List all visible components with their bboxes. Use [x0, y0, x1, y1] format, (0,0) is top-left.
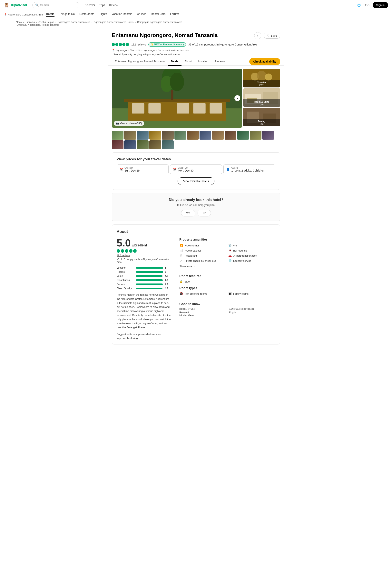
location-row: 📍 Ngorongoro Crater Rim, Ngorongoro Cons…	[108, 48, 284, 52]
thumb-5[interactable]	[162, 131, 174, 140]
yes-button[interactable]: Yes	[181, 210, 196, 216]
thumb-r4[interactable]	[149, 140, 161, 149]
thumb-6[interactable]	[174, 131, 186, 140]
check-availability-button[interactable]: Check availability	[249, 58, 280, 65]
calendar-out-icon: 📅	[173, 168, 176, 171]
breadcrumb-current: Entamanu Ngorongoro, Nomad Tanzania	[16, 24, 59, 26]
search-input[interactable]	[40, 3, 72, 7]
search-box[interactable]: 🔍	[32, 2, 79, 8]
already-booked-box: Did you already book this hotel? Tell us…	[112, 193, 280, 221]
amenity-wifi: 📡 Wifi	[228, 244, 275, 247]
subnav-flights[interactable]: Flights	[99, 12, 107, 17]
tab-reviews[interactable]: Reviews	[211, 58, 228, 66]
thumb-8[interactable]	[199, 131, 211, 140]
nav-trips[interactable]: Trips	[99, 3, 105, 7]
thumb-3[interactable]	[137, 131, 149, 140]
thumb-1[interactable]	[112, 131, 123, 140]
about-section-title: About	[117, 229, 275, 234]
gallery-room-suite[interactable]: Room & Suite (85)	[243, 88, 280, 107]
subnav-cruises[interactable]: Cruises	[137, 12, 146, 17]
ai-reviews-badge[interactable]: ✨ NEW AI Reviews Summary	[148, 42, 186, 47]
tab-about[interactable]: About	[181, 58, 195, 66]
breadcrumb-africa[interactable]: Africa	[16, 21, 22, 24]
improve-listing-link[interactable]: Improve this listing	[117, 337, 138, 340]
thumb-11[interactable]	[237, 131, 249, 140]
subnav-hotels[interactable]: Hotels	[46, 12, 55, 17]
nav-discover[interactable]: Discover	[84, 3, 95, 7]
share-button[interactable]: ↑	[254, 32, 261, 39]
star-2	[115, 43, 118, 46]
subnav-vacation-rentals[interactable]: Vacation Rentals	[112, 12, 132, 17]
thumb-2[interactable]	[124, 131, 136, 140]
amenity-airport-transportation: 🚗 Airport transportation	[228, 254, 275, 258]
about-section: About 5.0 Excellent 192 reviews #3 of 16…	[112, 225, 280, 345]
about-left-panel: 5.0 Excellent 192 reviews #3 of 16 campg…	[117, 238, 171, 340]
chevron-down-icon: ⌄	[193, 265, 195, 268]
star-3	[119, 43, 122, 46]
thumb-12[interactable]	[250, 131, 261, 140]
excellent-label: Excellent	[132, 243, 147, 247]
logo-owl-icon: 🦉	[4, 2, 9, 8]
thumb-r1[interactable]	[112, 140, 123, 149]
breadcrumb-camping[interactable]: Camping in Ngorongoro Conservation Area	[137, 21, 182, 24]
show-more-link[interactable]: Show more ⌄	[179, 265, 275, 268]
tab-deals[interactable]: Deals	[168, 58, 181, 66]
divider-1	[179, 272, 275, 272]
score-ranking: #3 of 16 campgrounds in Ngorongoro Conse…	[117, 258, 171, 263]
tab-hotel-name[interactable]: Entamanu Ngorongoro, Nomad Tanzania	[112, 58, 168, 66]
good-to-know-grid: HOTEL STYLE Romantic Hidden Gem LANGUAGE…	[179, 308, 275, 317]
thumb-9[interactable]	[212, 131, 224, 140]
thumb-r2[interactable]	[124, 140, 136, 149]
review-count[interactable]: 192 reviews	[131, 43, 146, 46]
thumb-13[interactable]	[262, 131, 274, 140]
tab-location[interactable]: Location	[195, 58, 211, 66]
sub-nav-links: Hotels Things to Do Restaurants Flights …	[46, 12, 180, 17]
thumb-4[interactable]	[149, 131, 161, 140]
thumb-r3[interactable]	[137, 140, 149, 149]
score-star-3	[125, 249, 128, 253]
gallery-traveler[interactable]: Traveler (351)	[243, 69, 280, 87]
check-out-field[interactable]: 📅 Check Out Mon, Dec 30	[170, 165, 222, 174]
gallery-dining[interactable]: Dining (26)	[243, 108, 280, 126]
bar-location-fill	[136, 267, 163, 269]
see-all-specialty-link[interactable]: ‹ See all Specialty Lodging in Ngorongor…	[112, 53, 181, 56]
subnav-rental-cars[interactable]: Rental Cars	[151, 12, 166, 17]
gallery-main-photo[interactable]: › 📷 View all photos (386)	[112, 69, 242, 128]
subnav-things-to-do[interactable]: Things to Do	[59, 12, 75, 17]
check-in-label: Check In	[124, 167, 140, 169]
score-reviews[interactable]: 192 reviews	[117, 254, 171, 257]
thumb-7[interactable]	[187, 131, 199, 140]
breadcrumb-arusha[interactable]: Arusha Region	[38, 21, 54, 24]
thumb-r5[interactable]	[162, 140, 174, 149]
logo-text: Tripadvisor	[10, 3, 27, 7]
subnav-forums[interactable]: Forums	[170, 12, 179, 17]
breadcrumb-nca[interactable]: Ngorongoro Conservation Area	[58, 21, 90, 24]
svg-point-15	[257, 71, 267, 81]
amenities-grid: 📶 Free internet 📡 Wifi 🍽️ Free breakfast…	[179, 244, 275, 262]
languages-block: LANGUAGES SPOKEN English	[229, 308, 275, 317]
nav-review[interactable]: Review	[109, 3, 118, 7]
star-5	[126, 43, 129, 46]
bar-value-fill	[136, 275, 162, 277]
hotel-ranking: #3 of 16 campgrounds in Ngorongoro Conse…	[188, 43, 257, 46]
sub-nav-location: 📍 Ngorongoro Conservation Area	[4, 13, 43, 16]
breadcrumb-nca-hotels[interactable]: Ngorongoro Conservation Area Hotels	[94, 21, 134, 24]
breadcrumb-tanzania[interactable]: Tanzania	[25, 21, 35, 24]
checkin-icon: ✓	[179, 259, 183, 262]
check-in-field[interactable]: 📅 Check In Sun, Dec 29	[117, 165, 168, 174]
tripadvisor-logo[interactable]: 🦉 Tripadvisor	[4, 2, 27, 8]
guests-field[interactable]: 👤 Guests 1 room, 2 adults, 0 children	[224, 165, 275, 174]
room-type-family: 👨‍👩‍👧 Family rooms	[228, 292, 275, 295]
sign-in-button[interactable]: Sign in	[373, 2, 388, 8]
view-all-photos-button[interactable]: 📷 View all photos (386)	[114, 121, 144, 126]
view-available-hotels-button[interactable]: View available hotels	[178, 177, 215, 185]
gallery-next-arrow[interactable]: ›	[234, 95, 240, 101]
svg-rect-7	[193, 103, 205, 114]
save-button[interactable]: ♡ Save	[264, 33, 280, 39]
booking-fields: 📅 Check In Sun, Dec 29 📅 Check Out Mon, …	[117, 165, 275, 174]
subnav-restaurants[interactable]: Restaurants	[79, 12, 94, 17]
star-4	[122, 43, 125, 46]
no-button[interactable]: No	[197, 210, 211, 216]
usd-selector[interactable]: USD	[364, 3, 370, 7]
thumb-10[interactable]	[224, 131, 236, 140]
